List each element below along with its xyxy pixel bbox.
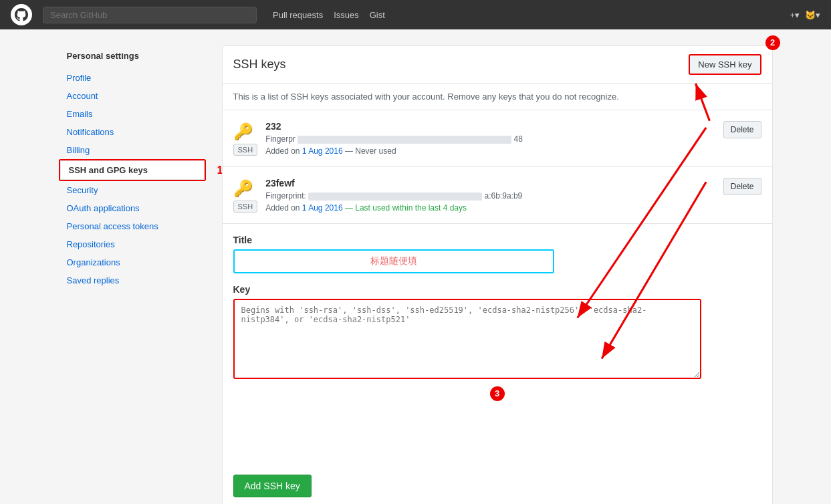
- page-layout: Personal settings Profile Account Emails…: [48, 45, 784, 504]
- issues-link[interactable]: Issues: [334, 10, 359, 20]
- key-date-link-2[interactable]: 1 Aug 2016: [302, 203, 343, 213]
- sidebar-item-security[interactable]: Security: [59, 181, 206, 199]
- delete-button-1[interactable]: Delete: [723, 121, 761, 138]
- user-menu-button[interactable]: 🐱▾: [805, 10, 820, 20]
- key-icon-container-1: 🔑 SSH: [233, 121, 258, 156]
- topnav-right: +▾ 🐱▾: [790, 10, 820, 20]
- add-ssh-button[interactable]: Add SSH key: [233, 475, 312, 497]
- gist-link[interactable]: Gist: [370, 10, 385, 20]
- sidebar-active-container: SSH and GPG keys 1: [59, 159, 206, 181]
- key-fingerprint-1: Fingerpr 48: [265, 134, 715, 144]
- sidebar-item-profile[interactable]: Profile: [59, 69, 206, 87]
- nav-links: Pull requests Issues Gist: [273, 10, 385, 20]
- github-logo-icon: [15, 8, 28, 21]
- key-icon-1: 🔑: [233, 122, 258, 141]
- title-input-box: [233, 249, 554, 273]
- key-date-1: Added on 1 Aug 2016 — Never used: [265, 146, 715, 156]
- key-group: Key 3: [233, 284, 761, 381]
- annotation-3: 3: [490, 386, 505, 401]
- sidebar-item-emails[interactable]: Emails: [59, 105, 206, 123]
- sidebar-item-repositories[interactable]: Repositories: [59, 235, 206, 253]
- key-name-1: 232: [265, 121, 715, 132]
- fingerprint-suffix-1: 48: [514, 134, 523, 144]
- key-info-2: 23fewf Fingerprint: a:6b:9a:b9 Added on …: [265, 178, 715, 213]
- main-content: SSH keys New SSH key 2 This is a list of…: [222, 45, 773, 504]
- annotation-2: 2: [765, 35, 780, 50]
- delete-button-2[interactable]: Delete: [723, 178, 761, 195]
- key-date-suffix-1: — Never used: [345, 146, 396, 156]
- sidebar-item-saved-replies[interactable]: Saved replies: [59, 271, 206, 289]
- key-badge-2: SSH: [233, 201, 258, 213]
- top-navbar: Pull requests Issues Gist +▾ 🐱▾: [0, 0, 831, 29]
- add-key-form: Title Key 3: [223, 224, 772, 469]
- key-textarea[interactable]: [233, 299, 701, 379]
- fingerprint-suffix-2: a:6b:9a:b9: [485, 191, 523, 201]
- sidebar-item-ssh-gpg-keys[interactable]: SSH and GPG keys: [60, 160, 205, 180]
- ssh-description: This is a list of SSH keys associated wi…: [223, 84, 772, 110]
- new-ssh-btn-container: New SSH key 2: [689, 54, 761, 75]
- sidebar-title: Personal settings: [59, 45, 206, 66]
- key-fingerprint-2: Fingerprint: a:6b:9a:b9: [265, 191, 715, 201]
- key-icon-2: 🔑: [233, 179, 258, 198]
- sidebar-item-personal-tokens[interactable]: Personal access tokens: [59, 217, 206, 235]
- fingerprint-blur-1: [298, 136, 511, 144]
- sidebar: Personal settings Profile Account Emails…: [59, 45, 206, 504]
- fingerprint-prefix-2: Fingerprint:: [265, 191, 306, 201]
- sidebar-item-oauth[interactable]: OAuth applications: [59, 199, 206, 217]
- new-ssh-button[interactable]: New SSH key: [689, 54, 761, 75]
- ssh-key-item-1: 🔑 SSH 232 Fingerpr 48 Added on 1 Aug 201…: [223, 110, 772, 167]
- ssh-title: SSH keys: [233, 57, 286, 72]
- key-date-link-1[interactable]: 1 Aug 2016: [302, 146, 343, 156]
- fingerprint-blur-2: [308, 193, 482, 201]
- key-date-suffix-2: — Last used within the last 4 days: [345, 203, 467, 213]
- key-info-1: 232 Fingerpr 48 Added on 1 Aug 2016 — Ne…: [265, 121, 715, 156]
- github-logo[interactable]: [11, 4, 32, 25]
- ssh-header: SSH keys New SSH key 2: [223, 46, 772, 84]
- sidebar-item-organizations[interactable]: Organizations: [59, 253, 206, 271]
- key-date-2: Added on 1 Aug 2016 — Last used within t…: [265, 203, 715, 213]
- fingerprint-prefix-1: Fingerpr: [265, 134, 295, 144]
- sidebar-item-notifications[interactable]: Notifications: [59, 123, 206, 141]
- ssh-key-item-2: 🔑 SSH 23fewf Fingerprint: a:6b:9a:b9 Add…: [223, 167, 772, 224]
- key-label: Key: [233, 284, 761, 295]
- title-group: Title: [233, 235, 761, 273]
- extra-space: [233, 392, 761, 459]
- pull-requests-link[interactable]: Pull requests: [273, 10, 323, 20]
- key-badge-1: SSH: [233, 144, 258, 156]
- sidebar-item-billing[interactable]: Billing: [59, 141, 206, 159]
- new-item-button[interactable]: +▾: [790, 10, 800, 20]
- key-name-2: 23fewf: [265, 178, 715, 188]
- key-icon-container-2: 🔑 SSH: [233, 178, 258, 213]
- search-input[interactable]: [43, 7, 257, 23]
- title-label: Title: [233, 235, 761, 245]
- title-input[interactable]: [233, 249, 554, 273]
- sidebar-item-account[interactable]: Account: [59, 87, 206, 105]
